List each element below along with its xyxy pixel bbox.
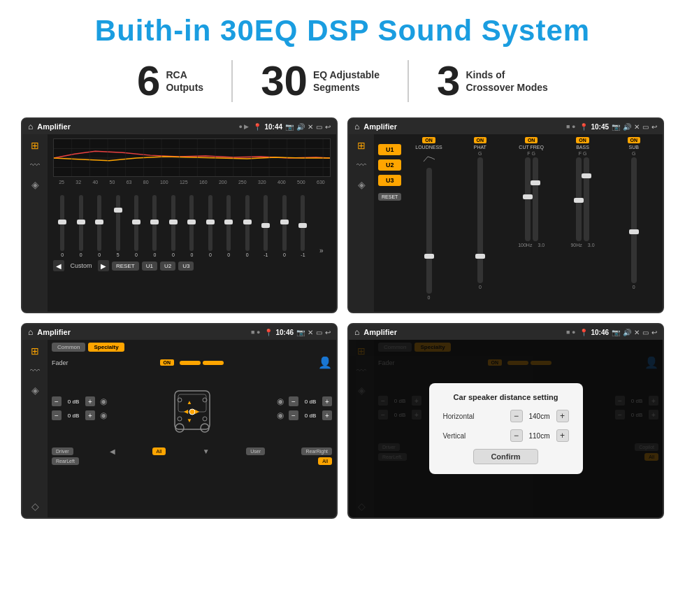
- slider-thumb-10[interactable]: [224, 220, 233, 224]
- eq-slider-1: 0: [60, 195, 64, 257]
- bass-slider-f[interactable]: [576, 157, 582, 241]
- slider-thumb-12[interactable]: [261, 223, 270, 228]
- loudness-thumb[interactable]: [424, 254, 434, 259]
- slider-thumb-14[interactable]: [298, 223, 307, 228]
- eq-u1-btn[interactable]: U1: [142, 262, 157, 271]
- db2-plus-btn[interactable]: +: [85, 410, 95, 420]
- slider-track-9[interactable]: [208, 195, 212, 251]
- slider-thumb-6[interactable]: [150, 220, 159, 224]
- bass-slider-g[interactable]: [584, 157, 589, 241]
- back-icon-3[interactable]: ↩: [325, 329, 331, 336]
- slider-track-3[interactable]: [97, 195, 101, 251]
- db1-minus-btn[interactable]: −: [52, 396, 62, 406]
- db2-minus-btn[interactable]: −: [52, 410, 62, 420]
- slider-thumb-8[interactable]: [187, 220, 196, 224]
- eq-next-btn[interactable]: ▶: [98, 260, 109, 271]
- back-icon-4[interactable]: ↩: [651, 329, 657, 336]
- tab-common[interactable]: Common: [52, 343, 85, 352]
- slider-track-6[interactable]: [152, 195, 157, 251]
- slider-thumb-9[interactable]: [206, 220, 215, 224]
- eq-slider-6: 0: [152, 195, 157, 257]
- horizontal-plus-btn[interactable]: +: [556, 410, 569, 422]
- loudness-slider[interactable]: [426, 168, 432, 294]
- slider-thumb-13[interactable]: [280, 220, 289, 224]
- fader-sidebar-icon4[interactable]: ◇: [31, 501, 39, 512]
- tab-specialty[interactable]: Specialty: [88, 343, 124, 352]
- eq-sidebar-icon1[interactable]: ⊞: [31, 140, 39, 151]
- slider-thumb-1[interactable]: [58, 220, 66, 224]
- user-btn[interactable]: User: [246, 447, 265, 455]
- fader-sidebar-icon1[interactable]: ⊞: [31, 345, 39, 357]
- driver-btn[interactable]: Driver: [52, 447, 73, 455]
- slider-thumb-2[interactable]: [77, 220, 85, 224]
- crossover-u2-btn[interactable]: U2: [378, 159, 401, 171]
- all-btn-2[interactable]: All: [318, 457, 332, 465]
- slider-track-7[interactable]: [171, 195, 175, 251]
- sub-thumb[interactable]: [629, 229, 639, 234]
- slider-track-14[interactable]: [301, 195, 305, 251]
- back-icon[interactable]: ↩: [325, 123, 331, 131]
- slider-track-10[interactable]: [226, 195, 231, 251]
- slider-track-1[interactable]: [60, 195, 64, 251]
- fader-hslider-1[interactable]: [180, 361, 201, 365]
- eq-u3-btn[interactable]: U3: [178, 262, 194, 271]
- left-arrow-icon[interactable]: ◀: [110, 447, 115, 455]
- slider-track-2[interactable]: [79, 195, 83, 251]
- down-arrow-icon[interactable]: ▼: [203, 447, 210, 455]
- eq-reset-btn[interactable]: RESET: [112, 262, 139, 271]
- all-btn[interactable]: All: [152, 447, 166, 455]
- slider-track-4[interactable]: [116, 195, 120, 251]
- bass-thumb-f[interactable]: [574, 198, 584, 203]
- slider-track-5[interactable]: [134, 195, 138, 251]
- cutfreq-thumb-g[interactable]: [531, 180, 540, 185]
- slider-thumb-3[interactable]: [95, 220, 103, 224]
- cutfreq-slider-g[interactable]: [533, 157, 538, 241]
- slider-track-12[interactable]: [264, 195, 268, 251]
- cutfreq-slider-f[interactable]: [525, 157, 531, 241]
- vertical-plus-btn[interactable]: +: [556, 429, 569, 442]
- slider-thumb-11[interactable]: [243, 220, 252, 224]
- slider-track-8[interactable]: [189, 195, 194, 251]
- sub-slider[interactable]: [631, 157, 637, 283]
- confirm-button[interactable]: Confirm: [473, 449, 538, 464]
- eq-u2-btn[interactable]: U2: [160, 262, 175, 271]
- db4-minus-btn[interactable]: −: [289, 410, 298, 420]
- fader-sidebar-icon3[interactable]: ◈: [31, 385, 39, 396]
- crossover-u1-btn[interactable]: U1: [378, 144, 401, 155]
- phat-slider[interactable]: [477, 157, 483, 283]
- phat-thumb[interactable]: [475, 254, 485, 259]
- cutfreq-thumb-f[interactable]: [523, 194, 533, 199]
- rear-right-btn[interactable]: RearRight: [301, 447, 332, 455]
- crossover-sidebar-icon1[interactable]: ⊞: [357, 140, 366, 151]
- slider-thumb-7[interactable]: [169, 220, 178, 224]
- fader-on-toggle[interactable]: ON: [160, 359, 175, 366]
- dialog-home-icon[interactable]: ⌂: [354, 327, 359, 337]
- db3-minus-btn[interactable]: −: [289, 396, 298, 406]
- eq-sidebar-icon2[interactable]: 〰: [30, 159, 40, 171]
- fader-h-sliders[interactable]: [180, 361, 224, 365]
- slider-track-11[interactable]: [245, 195, 250, 251]
- slider-thumb-5[interactable]: [132, 220, 140, 224]
- db3-plus-btn[interactable]: +: [322, 396, 332, 406]
- slider-thumb-4[interactable]: [114, 208, 122, 213]
- crossover-reset-btn[interactable]: RESET: [378, 193, 401, 201]
- db1-plus-btn[interactable]: +: [85, 396, 95, 406]
- eq-prev-btn[interactable]: ◀: [53, 260, 64, 271]
- horizontal-minus-btn[interactable]: −: [510, 410, 523, 422]
- fader-sidebar-icon2[interactable]: 〰: [30, 365, 40, 376]
- crossover-sidebar-icon2[interactable]: 〰: [356, 159, 366, 171]
- more-icon: »: [319, 247, 324, 255]
- rear-left-btn[interactable]: RearLeft: [52, 457, 79, 465]
- back-icon-2[interactable]: ↩: [651, 123, 657, 131]
- eq-sidebar-icon3[interactable]: ◈: [31, 179, 39, 190]
- crossover-sidebar-icon3[interactable]: ◈: [358, 179, 366, 190]
- crossover-home-icon[interactable]: ⌂: [354, 122, 359, 131]
- fader-home-icon[interactable]: ⌂: [28, 327, 33, 337]
- fader-hslider-2[interactable]: [203, 361, 224, 365]
- vertical-minus-btn[interactable]: −: [510, 429, 523, 442]
- db4-plus-btn[interactable]: +: [322, 410, 332, 420]
- bass-thumb-g[interactable]: [582, 173, 591, 178]
- home-icon[interactable]: ⌂: [28, 122, 33, 131]
- slider-track-13[interactable]: [282, 195, 287, 251]
- crossover-u3-btn[interactable]: U3: [378, 175, 401, 186]
